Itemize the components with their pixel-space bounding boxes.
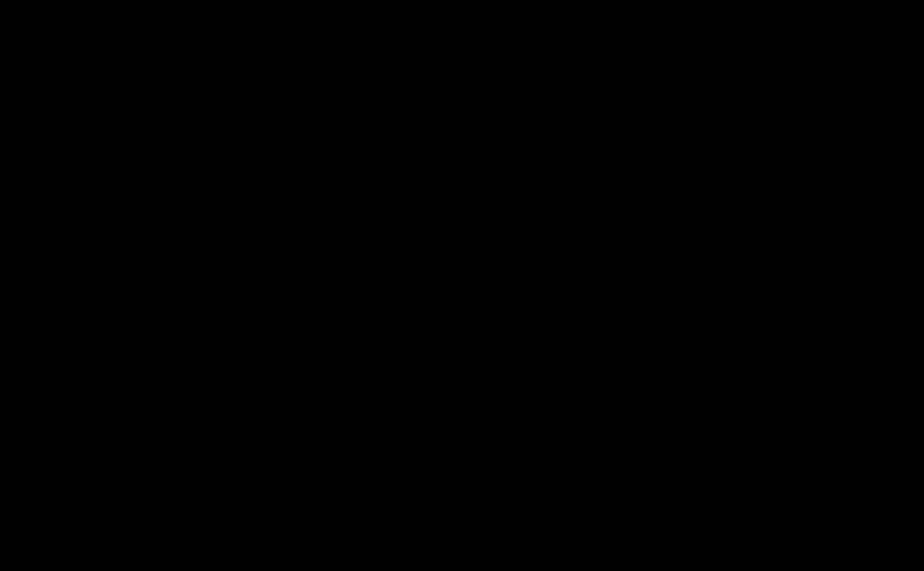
qscan-cross-correlation-plot [0,0,924,571]
heatmap-canvas [0,0,924,571]
